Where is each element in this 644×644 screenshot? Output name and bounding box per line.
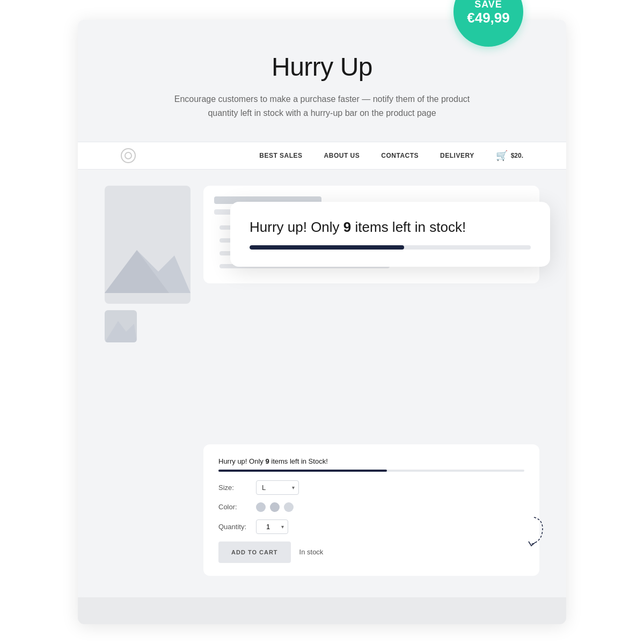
- product-options-card: Hurry up! Only 9 items left in Stock! Si…: [203, 444, 539, 576]
- hurry-mini-bar: Hurry up! Only 9 items left in Stock!: [218, 457, 524, 472]
- nav-bar: BEST SALES ABOUT US CONTACTS DELIVERY 🛒 …: [78, 142, 566, 170]
- quantity-input[interactable]: [256, 519, 288, 534]
- thumbnail-1[interactable]: [105, 310, 137, 342]
- nav-link-best-sales[interactable]: BEST SALES: [259, 152, 302, 159]
- content-grid: Hurry up! Only 9 items left in stock! Hu…: [105, 186, 539, 576]
- page-subtitle: Encourage customers to make a purchase f…: [172, 92, 472, 120]
- svg-marker-2: [105, 321, 137, 342]
- page-title: Hurry Up: [121, 52, 523, 82]
- logo: [121, 148, 136, 163]
- add-to-cart-button[interactable]: ADD TO CART: [218, 541, 291, 563]
- main-content: Hurry up! Only 9 items left in stock! Hu…: [78, 170, 566, 597]
- quantity-option-row: Quantity:: [218, 519, 524, 534]
- size-option-row: Size: L S M XL: [218, 480, 524, 495]
- save-label: SAVE: [474, 0, 502, 10]
- color-dot-3[interactable]: [284, 502, 294, 512]
- hurry-mini-text: Hurry up! Only 9 items left in Stock!: [218, 457, 524, 465]
- nav-links: BEST SALES ABOUT US CONTACTS DELIVERY: [259, 152, 474, 159]
- color-dots: [256, 502, 294, 512]
- color-dot-2[interactable]: [270, 502, 280, 512]
- logo-icon: [121, 148, 136, 163]
- hurry-mini-progress-bg: [218, 470, 524, 472]
- hurry-popup-progress-fill: [250, 245, 404, 250]
- qty-wrapper: [256, 519, 288, 534]
- size-select[interactable]: L S M XL: [256, 480, 299, 495]
- nav-cart[interactable]: 🛒 $20.: [496, 150, 523, 162]
- hurry-popup-qty: 9: [343, 219, 351, 235]
- footer-bar: [78, 597, 566, 624]
- hurry-mini-progress-fill: [218, 470, 387, 472]
- color-label: Color:: [218, 503, 256, 511]
- in-stock-text: In stock: [299, 548, 324, 556]
- color-option-row: Color:: [218, 502, 524, 512]
- save-amount: €49,99: [467, 10, 510, 26]
- cart-price: $20.: [511, 152, 523, 159]
- hurry-popup-progress-bg: [250, 245, 531, 250]
- nav-link-contacts[interactable]: CONTACTS: [381, 152, 419, 159]
- size-label: Size:: [218, 484, 256, 492]
- hurry-mini-qty: 9: [265, 457, 269, 465]
- size-select-wrapper: L S M XL: [256, 480, 299, 495]
- arrow-doodle: [518, 515, 550, 554]
- nav-link-delivery[interactable]: DELIVERY: [440, 152, 474, 159]
- cart-icon: 🛒: [496, 150, 508, 162]
- nav-link-about-us[interactable]: ABOUT US: [324, 152, 360, 159]
- add-to-cart-row: ADD TO CART In stock: [218, 541, 524, 563]
- page-wrapper: SAVE €49,99 Hurry Up Encourage customers…: [0, 0, 644, 644]
- quantity-label: Quantity:: [218, 523, 256, 531]
- hurry-popup-large: Hurry up! Only 9 items left in stock!: [230, 202, 550, 267]
- main-product-image: [105, 186, 191, 304]
- thumbnails-col: [105, 186, 191, 576]
- browser-card: SAVE €49,99 Hurry Up Encourage customers…: [78, 20, 566, 624]
- hurry-popup-text: Hurry up! Only 9 items left in stock!: [250, 219, 531, 236]
- color-dot-1[interactable]: [256, 502, 266, 512]
